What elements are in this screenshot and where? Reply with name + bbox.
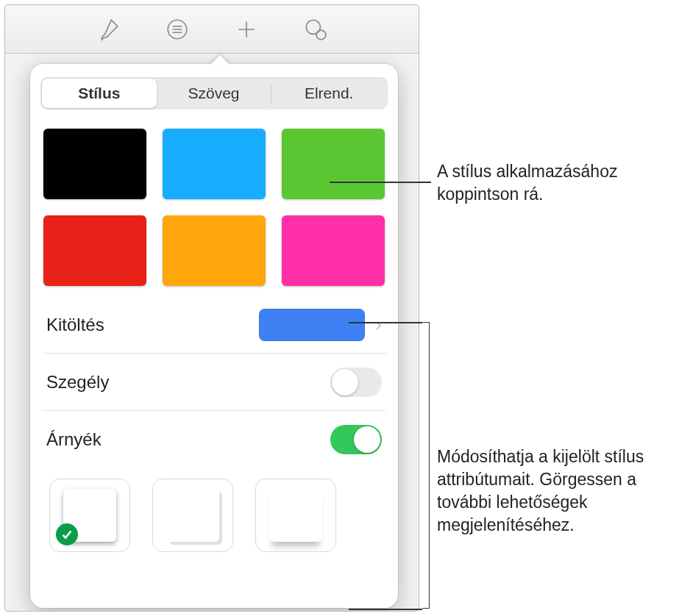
plus-icon[interactable] bbox=[230, 13, 263, 46]
paintbrush-icon[interactable] bbox=[92, 13, 124, 46]
format-popover: Stílus Szöveg Elrend. Kitöltés › Szegély bbox=[30, 64, 398, 608]
border-label: Szegély bbox=[46, 372, 109, 393]
tab-text[interactable]: Szöveg bbox=[157, 79, 271, 108]
swatch-green[interactable] bbox=[282, 129, 385, 199]
callout-line-2 bbox=[349, 322, 422, 323]
shadow-label: Árnyék bbox=[46, 429, 102, 450]
shadow-option-3[interactable] bbox=[255, 479, 336, 552]
swatch-blue[interactable] bbox=[163, 129, 266, 199]
callout-line bbox=[330, 182, 431, 183]
shadow-options bbox=[40, 468, 388, 552]
callout-line-3 bbox=[349, 609, 422, 610]
tab-arrange[interactable]: Elrend. bbox=[271, 79, 386, 108]
shadow-option-2[interactable] bbox=[152, 479, 233, 552]
fill-color-chip[interactable] bbox=[259, 309, 365, 341]
tab-style[interactable]: Stílus bbox=[42, 79, 157, 108]
checkmark-icon bbox=[56, 523, 78, 545]
style-swatch-grid bbox=[43, 129, 385, 286]
border-toggle[interactable] bbox=[330, 368, 382, 397]
svg-point-2 bbox=[316, 30, 326, 40]
swatch-black[interactable] bbox=[43, 129, 146, 199]
shadow-option-1[interactable] bbox=[49, 479, 130, 552]
shadow-toggle[interactable] bbox=[330, 425, 382, 454]
shadow-row: Árnyék bbox=[42, 411, 386, 468]
style-attribute-list: Kitöltés › Szegély Árnyék bbox=[42, 296, 386, 468]
tab-segmented-control: Stílus Szöveg Elrend. bbox=[40, 77, 388, 110]
swatch-magenta[interactable] bbox=[282, 215, 385, 286]
callout-swatch-text: A stílus alkalmazásához koppintson rá. bbox=[437, 160, 672, 206]
top-toolbar bbox=[5, 5, 419, 54]
border-row: Szegély bbox=[42, 354, 386, 411]
app-window: Stílus Szöveg Elrend. Kitöltés › Szegély bbox=[4, 4, 419, 612]
list-icon[interactable] bbox=[161, 13, 193, 46]
fill-label: Kitöltés bbox=[46, 315, 104, 335]
fill-row[interactable]: Kitöltés › bbox=[42, 296, 386, 354]
callout-attrs-text: Módosíthatja a kijelölt stílus attribútu… bbox=[437, 445, 672, 537]
callout-bracket bbox=[422, 322, 430, 609]
swatch-orange[interactable] bbox=[163, 215, 266, 286]
collaborate-icon[interactable] bbox=[299, 13, 332, 46]
chevron-right-icon: › bbox=[375, 313, 382, 336]
swatch-red[interactable] bbox=[43, 215, 146, 286]
